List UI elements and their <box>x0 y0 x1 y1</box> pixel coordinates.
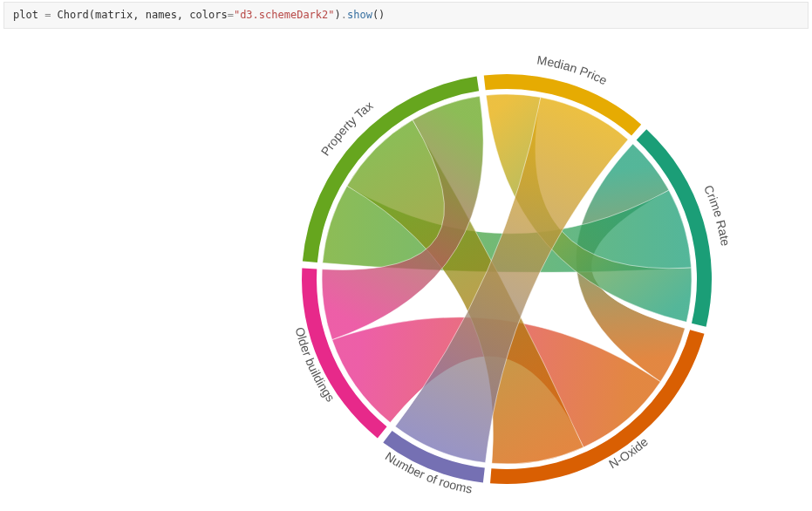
code-tail: () <box>372 9 385 21</box>
code-eq: = <box>38 9 58 21</box>
code-var: plot <box>13 9 38 21</box>
chord-chart: Crime RateN-OxideNumber of roomsOlder bu… <box>254 39 760 510</box>
code-args: (matrix, names, colors <box>89 9 228 21</box>
code-close: ) <box>335 9 341 21</box>
code-dot: . <box>341 9 347 21</box>
code-str: "d3.schemeDark2" <box>234 9 335 21</box>
code-cell: plot = Chord(matrix, names, colors="d3.s… <box>3 2 809 29</box>
code-class: Chord <box>58 9 89 21</box>
code-method: show <box>347 9 372 21</box>
code-str-eq: = <box>228 9 234 21</box>
chord-chart-container: Crime RateN-OxideNumber of roomsOlder bu… <box>0 31 812 510</box>
